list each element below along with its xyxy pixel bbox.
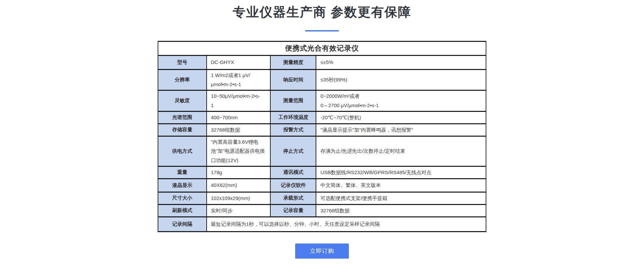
spec-label: 液晶显示 [158,179,207,192]
spec-value: "液晶显示提示"加"内置蜂鸣器，讯想报警" [316,124,486,136]
cta-section: 立即订购 [0,244,644,259]
spec-label: 重量 [158,166,207,179]
spec-label: 型号 [158,55,207,69]
spec-value: 178g [207,166,271,179]
spec-value: DC-GHYX [207,55,271,69]
spec-label: 承载形式 [270,192,316,204]
spec-label: 供电方式 [158,136,207,166]
page: 专业仪器生产商 参数更有保障 便携式光合有效记录仪 型号 DC-GHYX 测量精… [0,0,644,259]
spec-label: 测量范围 [270,90,316,112]
table-title: 便携式光合有效记录仪 [158,41,486,55]
table-row: 尺寸大小 102x109x29(mm) 承载形式 可选配便携式支架/便携手提箱 [158,192,486,204]
spec-value: 40X62(mm) [207,179,271,192]
spec-value: 400~700nm [207,111,271,124]
spec-label: 灵敏度 [158,90,207,112]
spec-label: 尺寸大小 [158,192,207,204]
spec-label: 报警方式 [270,124,316,136]
spec-label: 记录容量 [270,204,316,217]
spec-label: 停止方式 [270,136,316,166]
table-row: 重量 178g 通讯模式 USB数据线/RS232/Wifi/GPRS/RS48… [158,166,486,179]
table-row: 灵敏度 10~50μV/μmol•m-2•s- 1 测量范围 0~2000W/m… [158,90,486,112]
spec-label: 光谱范围 [158,111,207,124]
page-title: 专业仪器生产商 参数更有保障 [0,5,644,20]
table-row: 分辨率 1 W/m2或者1 μV/ μmol•m-2•s-1 响应时间 ≤35秒… [158,69,486,90]
table-row: 记录间隔 最短记录间隔为1秒，可以选择以秒、分钟、小时、天任意设定采样记录间隔 [158,217,486,231]
table-row: 型号 DC-GHYX 测量精度 ≤±5% [158,55,486,69]
spec-value: ≤35秒(99%) [316,69,486,90]
spec-label: 刷新模式 [158,204,207,217]
table-row: 液晶显示 40X62(mm) 记录仪软件 中文简体、繁体、英文版本 [158,179,486,192]
spec-value: 实时/同步 [207,204,271,217]
spec-label: 通讯模式 [270,166,316,179]
spec-value: 中文简体、繁体、英文版本 [316,179,486,192]
spec-value: 可选配便携式支架/便携手提箱 [316,192,486,204]
spec-label: 工作环境温度 [270,111,316,124]
spec-value: 1 W/m2或者1 μV/ μmol•m-2•s-1 [207,69,271,90]
title-underline-divider [305,30,339,31]
spec-label: 响应时间 [270,69,316,90]
spec-label: 记录间隔 [158,217,207,231]
table-row: 光谱范围 400~700nm 工作环境温度 -20℃~70℃(整机) [158,111,486,124]
spec-label: 测量精度 [270,55,316,69]
spec-label: 记录仪软件 [270,179,316,192]
spec-value: 0~2000W/m²或者 0～2700 μV/μmol•m-2•s-1 [316,90,486,112]
table-row: 便携式光合有效记录仪 [158,41,486,55]
spec-value: 10~50μV/μmol•m-2•s- 1 [207,90,271,112]
spec-value: "内置高容量3.6V锂电 池"加"电源适配器供电接 口功能(12V) [207,136,271,166]
spec-value: 102x109x29(mm) [207,192,271,204]
spec-label: 存储容量 [158,124,207,136]
spec-value: 32768组数据 [207,124,271,136]
order-button[interactable]: 立即订购 [295,244,349,259]
spec-value: USB数据线/RS232/Wifi/GPRS/RS485/无线点对点 [316,166,486,179]
spec-table: 便携式光合有效记录仪 型号 DC-GHYX 测量精度 ≤±5% 分辨率 1 W/… [158,41,486,232]
spec-value: 存满为止/先进先出/次数停止/定时结束 [316,136,486,166]
table-row: 刷新模式 实时/同步 记录容量 32768组数据 [158,204,486,217]
spec-value: -20℃~70℃(整机) [316,111,486,124]
spec-value: 32768组数据 [316,204,486,217]
spec-label: 分辨率 [158,69,207,90]
spec-value: ≤±5% [316,55,486,69]
table-row: 存储容量 32768组数据 报警方式 "液晶显示提示"加"内置蜂鸣器，讯想报警" [158,124,486,136]
spec-value: 最短记录间隔为1秒，可以选择以秒、分钟、小时、天任意设定采样记录间隔 [207,217,486,231]
table-row: 供电方式 "内置高容量3.6V锂电 池"加"电源适配器供电接 口功能(12V) … [158,136,486,166]
